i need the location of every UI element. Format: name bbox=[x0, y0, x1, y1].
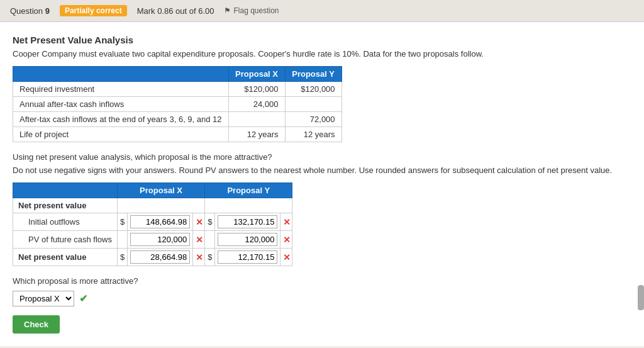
row-value-y bbox=[285, 97, 341, 112]
dollar-sign-x: $ bbox=[120, 217, 125, 227]
input-cell-y-3[interactable] bbox=[215, 249, 280, 266]
instruction-text: Do not use negative signs with your answ… bbox=[13, 166, 631, 175]
flag-question-button[interactable]: ⚑ Flag question bbox=[224, 6, 279, 15]
question-text: Using net present value analysis, which … bbox=[13, 152, 631, 162]
input-y-2[interactable] bbox=[218, 233, 277, 246]
table1-header-x: Proposal X bbox=[228, 67, 285, 82]
error-cell-y-1: ✕ bbox=[280, 213, 292, 231]
table-row: After-tax cash inflows at the end of yea… bbox=[13, 112, 342, 127]
status-badge: Partially correct bbox=[60, 5, 127, 16]
table1-header-empty bbox=[13, 67, 229, 82]
row-value-x bbox=[228, 112, 285, 127]
error-cell-y-2: ✕ bbox=[280, 231, 292, 249]
which-proposal-label: Which proposal is more attractive? bbox=[13, 276, 631, 286]
row-label-0: Net present value bbox=[13, 198, 118, 213]
answer-table-2: Proposal X Proposal Y Net present value … bbox=[13, 182, 292, 266]
row-value-x: 24,000 bbox=[228, 97, 285, 112]
question-number: 9 bbox=[45, 6, 50, 16]
main-content: Net Present Value Analysis Cooper Compan… bbox=[0, 22, 644, 346]
input-x-2[interactable] bbox=[130, 233, 190, 246]
row-label: Life of project bbox=[13, 127, 229, 142]
input-cell-y-1[interactable] bbox=[215, 213, 280, 231]
error-y-icon: ✕ bbox=[283, 252, 291, 262]
error-x-icon: ✕ bbox=[196, 217, 203, 227]
input-y-3[interactable] bbox=[218, 250, 277, 264]
row-label: After-tax cash inflows at the end of yea… bbox=[13, 112, 229, 127]
row-value-y: 12 years bbox=[285, 127, 341, 142]
answer-table-row: Net present value bbox=[13, 198, 292, 213]
dollar-cell-x-2 bbox=[117, 231, 127, 249]
proposal-select[interactable]: Proposal X Proposal Y bbox=[13, 291, 74, 306]
dollar-cell-x-1: $ bbox=[117, 213, 127, 231]
row-value-x: $120,000 bbox=[228, 82, 285, 97]
input-x-3[interactable] bbox=[130, 250, 190, 264]
dollar-cell-y-1: $ bbox=[205, 213, 215, 231]
row-label: Annual after-tax cash inflows bbox=[13, 97, 229, 112]
row-value-y: $120,000 bbox=[285, 82, 341, 97]
input-cell-y-2[interactable] bbox=[215, 231, 280, 249]
top-bar: Question 9 Partially correct Mark 0.86 o… bbox=[0, 0, 644, 22]
proposal-select-row: Proposal X Proposal Y ✔ bbox=[13, 291, 631, 306]
flag-label: Flag question bbox=[233, 6, 279, 15]
row-label: Required investment bbox=[13, 82, 229, 97]
dollar-sign-y: $ bbox=[208, 252, 212, 262]
error-cell-x-2: ✕ bbox=[193, 231, 205, 249]
flag-icon: ⚑ bbox=[224, 6, 231, 15]
cell-y-0 bbox=[205, 198, 292, 213]
row-value-x: 12 years bbox=[228, 127, 285, 142]
dollar-cell-y-3: $ bbox=[205, 249, 215, 266]
table2-header-x: Proposal X bbox=[117, 183, 204, 198]
question-word: Question bbox=[10, 6, 43, 16]
mark-label: Mark 0.86 out of 6.00 bbox=[137, 6, 214, 16]
answer-table-row: Initial outflows $ ✕ $ ✕ bbox=[13, 213, 292, 231]
error-cell-x-3: ✕ bbox=[193, 249, 205, 266]
dollar-cell-x-3: $ bbox=[117, 249, 127, 266]
row-value-y: 72,000 bbox=[285, 112, 341, 127]
table2-header-y: Proposal Y bbox=[205, 183, 292, 198]
input-cell-x-1[interactable] bbox=[128, 213, 193, 231]
cell-x-0 bbox=[117, 198, 204, 213]
correct-check-icon: ✔ bbox=[79, 293, 87, 305]
row-label-1: Initial outflows bbox=[13, 213, 118, 231]
row-label-3: Net present value bbox=[13, 249, 118, 266]
check-button[interactable]: Check bbox=[13, 315, 60, 334]
table-row: Annual after-tax cash inflows 24,000 bbox=[13, 97, 342, 112]
input-y-1[interactable] bbox=[218, 215, 277, 228]
error-x-icon: ✕ bbox=[196, 235, 203, 245]
error-x-icon: ✕ bbox=[196, 252, 203, 262]
table-row: Life of project 12 years 12 years bbox=[13, 127, 342, 142]
intro-text: Cooper Company must evaluate two capital… bbox=[13, 49, 631, 59]
question-label: Question 9 bbox=[10, 6, 50, 16]
dollar-sign-y: $ bbox=[208, 217, 212, 227]
data-table-1: Proposal X Proposal Y Required investmen… bbox=[13, 66, 342, 142]
answer-table-row: PV of future cash flows ✕ ✕ bbox=[13, 231, 292, 249]
error-cell-x-1: ✕ bbox=[193, 213, 205, 231]
error-cell-y-3: ✕ bbox=[280, 249, 292, 266]
input-cell-x-3[interactable] bbox=[128, 249, 193, 266]
row-label-2: PV of future cash flows bbox=[13, 231, 118, 249]
error-y-icon: ✕ bbox=[283, 235, 291, 245]
input-x-1[interactable] bbox=[130, 215, 190, 228]
table-row: Required investment $120,000 $120,000 bbox=[13, 82, 342, 97]
table1-header-y: Proposal Y bbox=[285, 67, 341, 82]
dollar-sign-x: $ bbox=[120, 252, 125, 262]
table2-header-empty bbox=[13, 183, 118, 198]
section-title: Net Present Value Analysis bbox=[13, 35, 631, 45]
dollar-cell-y-2 bbox=[205, 231, 215, 249]
input-cell-x-2[interactable] bbox=[128, 231, 193, 249]
answer-table-row: Net present value $ ✕ $ ✕ bbox=[13, 249, 292, 266]
scrollbar[interactable] bbox=[638, 285, 644, 310]
error-y-icon: ✕ bbox=[283, 217, 291, 227]
